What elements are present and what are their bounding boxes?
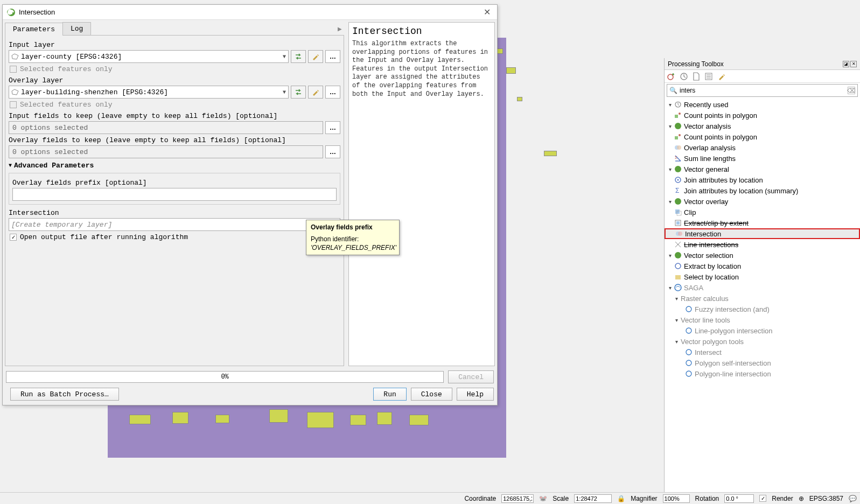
help-title: Intersection: [352, 26, 491, 37]
help-panel: Intersection This algorithm extracts the…: [348, 22, 495, 366]
crs-icon[interactable]: ⊕: [799, 495, 804, 502]
settings-button[interactable]: [308, 50, 323, 63]
overlay-fields-multiselect[interactable]: 0 options selected: [9, 145, 323, 158]
chevron-down-icon: ▾: [667, 285, 673, 291]
tree-group-vector-general[interactable]: ▾ Vector general: [665, 164, 860, 174]
advanced-parameters-toggle[interactable]: ▼ Advanced Parameters: [9, 162, 340, 170]
tree-item[interactable]: Clip: [665, 207, 860, 218]
lock-icon[interactable]: 🔒: [617, 495, 625, 502]
tree-item[interactable]: Select by location: [665, 271, 860, 282]
tree-group-saga[interactable]: ▾ SAGA: [665, 282, 860, 293]
run-button[interactable]: Run: [373, 388, 406, 401]
scale-value[interactable]: [574, 494, 612, 503]
tree-item[interactable]: Polygon self-intersection: [665, 358, 860, 368]
iterate-button[interactable]: [291, 50, 306, 63]
rotation-value[interactable]: [724, 494, 754, 503]
gear-plus-icon[interactable]: [667, 72, 675, 81]
search-icon: 🔍: [669, 87, 677, 94]
qgis-icon: [673, 122, 683, 130]
prefix-input[interactable]: [12, 188, 337, 201]
wrench-icon[interactable]: [717, 72, 726, 81]
tree-label: Vector general: [684, 165, 729, 173]
sigma-icon: Σ: [673, 186, 683, 195]
tree-item[interactable]: ΣSum line lengths: [665, 153, 860, 164]
open-output-checkbox[interactable]: ✓: [10, 234, 17, 241]
coordinate-value[interactable]: [501, 494, 534, 503]
batch-button[interactable]: Run as Batch Process…: [10, 388, 119, 401]
rotation-label: Rotation: [695, 495, 719, 502]
dialog-close-icon[interactable]: ✕: [481, 7, 493, 17]
magnifier-value[interactable]: [663, 494, 690, 503]
tree-group-vector-analysis[interactable]: ▾ Vector analysis: [665, 121, 860, 131]
tree-item[interactable]: Fuzzy intersection (and): [665, 304, 860, 314]
help-button[interactable]: Help: [457, 388, 494, 401]
tree-subgroup[interactable]: ▾Raster calculus: [665, 293, 860, 304]
tab-scroll-right-icon[interactable]: ▶: [338, 26, 342, 32]
svg-point-19: [678, 232, 682, 236]
intersection-dialog: Intersection ✕ Parameters Log ▶ Input la…: [2, 4, 498, 405]
svg-point-7: [679, 134, 681, 136]
input-layer-combo[interactable]: layer-county [EPSG:4326] ▼: [9, 50, 289, 63]
epsg-label[interactable]: EPSG:3857: [809, 495, 843, 502]
tree-subgroup[interactable]: ▾Vector polygon tools: [665, 336, 860, 347]
tree-item[interactable]: Intersect: [665, 347, 860, 358]
tree-group-recent[interactable]: ▾ Recently used: [665, 99, 860, 110]
chevron-down-icon: ▾: [673, 296, 680, 302]
extents-icon[interactable]: 🐭: [539, 495, 547, 502]
algorithm-icon: Σ: [673, 154, 683, 163]
document-icon[interactable]: [693, 72, 700, 81]
iterate-button[interactable]: [291, 86, 306, 99]
tree-item-intersection[interactable]: Intersection: [665, 228, 860, 239]
select-icon: [673, 272, 683, 281]
render-checkbox[interactable]: ✓: [759, 495, 766, 502]
render-label: Render: [772, 495, 793, 502]
tree-item[interactable]: Extract/clip by extent: [665, 218, 860, 228]
tree-item[interactable]: Overlap analysis: [665, 142, 860, 153]
tab-log[interactable]: Log: [62, 22, 91, 35]
chevron-down-icon: ▾: [667, 253, 673, 258]
messages-icon[interactable]: 💬: [849, 495, 857, 502]
clock-icon[interactable]: [680, 72, 688, 81]
toolbox-search-input[interactable]: [680, 87, 848, 94]
overlay-layer-label: Overlay layer: [9, 76, 340, 85]
browse-button[interactable]: …: [325, 86, 340, 99]
qgis-icon: [673, 251, 683, 260]
input-layer-label: Input layer: [9, 41, 340, 49]
tooltip-python-label: Python identifier:: [311, 235, 395, 243]
overlay-fields-browse-button[interactable]: …: [325, 145, 340, 158]
close-button[interactable]: Close: [411, 388, 452, 401]
undock-icon[interactable]: ◪: [843, 61, 849, 67]
tree-subgroup[interactable]: ▾Vector line tools: [665, 314, 860, 325]
scale-label: Scale: [553, 495, 569, 502]
clear-search-icon[interactable]: ⌫: [848, 87, 855, 94]
input-fields-browse-button[interactable]: …: [325, 121, 340, 134]
tree-label: Intersection: [685, 230, 721, 238]
tree-item[interactable]: Polygon-line intersection: [665, 368, 860, 379]
settings-button[interactable]: [308, 86, 323, 99]
output-combo[interactable]: [Create temporary layer]: [9, 218, 340, 231]
tree-item[interactable]: Line-polygon intersection: [665, 325, 860, 336]
browse-button[interactable]: …: [325, 50, 340, 63]
dialog-titlebar[interactable]: Intersection ✕: [3, 5, 497, 20]
overlay-layer-combo[interactable]: layer-building-shenzhen [EPSG:4326] ▼: [9, 86, 289, 99]
prefix-label: Overlay fields prefix [optional]: [12, 179, 337, 187]
tree-item[interactable]: Extract by location: [665, 261, 860, 271]
svg-text:Σ: Σ: [675, 155, 677, 160]
close-panel-icon[interactable]: ✕: [850, 61, 857, 67]
saga-icon: [673, 283, 683, 292]
tree-item[interactable]: ΣJoin attributes by location (summary): [665, 185, 860, 196]
cancel-button[interactable]: Cancel: [448, 370, 494, 383]
tree-item[interactable]: Line intersections: [665, 239, 860, 250]
tree-item[interactable]: Count points in polygon: [665, 131, 860, 142]
results-icon[interactable]: [704, 72, 713, 81]
tree-group-vector-overlay[interactable]: ▾ Vector overlay: [665, 196, 860, 207]
input-fields-multiselect[interactable]: 0 options selected: [9, 121, 323, 134]
tree-label: Extract by location: [684, 262, 741, 270]
overlay-selected-only-checkbox[interactable]: [10, 101, 17, 108]
tab-parameters[interactable]: Parameters: [5, 23, 63, 36]
tree-item[interactable]: Join attributes by location: [665, 174, 860, 185]
gear-icon: [673, 262, 683, 270]
input-selected-only-checkbox[interactable]: [10, 66, 17, 73]
tree-group-vector-selection[interactable]: ▾ Vector selection: [665, 250, 860, 261]
tree-item[interactable]: Count points in polygon: [665, 110, 860, 121]
